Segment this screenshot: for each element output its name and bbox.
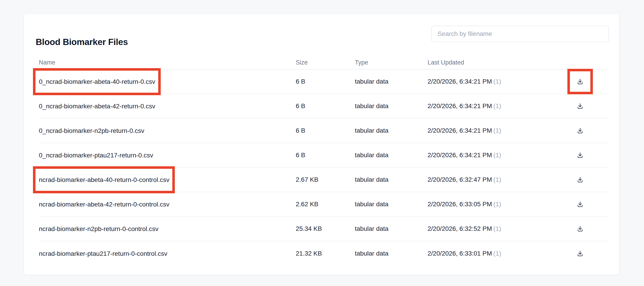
file-name-cell: ncrad-biomarker-abeta-40-return-0-contro… [39, 176, 296, 184]
download-icon [577, 78, 584, 85]
file-name-cell: 0_ncrad-biomarker-abeta-40-return-0.csv [39, 78, 296, 85]
file-name-cell: 0_ncrad-biomarker-abeta-42-return-0.csv [39, 102, 296, 110]
version-count: (1) [493, 225, 501, 232]
file-size: 2.62 KB [296, 201, 355, 208]
download-icon [577, 225, 584, 232]
file-size: 6 B [296, 152, 355, 159]
version-count: (1) [493, 152, 501, 159]
table-row: ncrad-biomarker-abeta-40-return-0-contro… [39, 168, 608, 192]
download-cell [562, 176, 608, 183]
file-name[interactable]: 0_ncrad-biomarker-ptau217-return-0.csv [39, 152, 153, 159]
files-card: Blood Biomarker Files Name Size Type Las… [24, 14, 619, 275]
download-button[interactable] [577, 78, 584, 85]
column-header-type: Type [355, 59, 428, 66]
table-row: ncrad-biomarker-ptau217-return-0-control… [39, 241, 608, 266]
file-size: 21.32 KB [296, 250, 355, 257]
file-size: 6 B [296, 78, 355, 85]
download-icon [577, 201, 584, 208]
table-row: 0_ncrad-biomarker-n2pb-return-0.csv 6 B … [39, 119, 608, 143]
version-count: (1) [493, 176, 501, 183]
file-size: 2.67 KB [296, 176, 355, 183]
version-count: (1) [493, 250, 501, 257]
file-type: tabular data [355, 250, 428, 257]
file-name[interactable]: 0_ncrad-biomarker-abeta-40-return-0.csv [39, 78, 155, 85]
file-type: tabular data [355, 176, 428, 183]
version-count: (1) [493, 201, 501, 208]
download-button[interactable] [577, 127, 584, 134]
file-name-cell: 0_ncrad-biomarker-n2pb-return-0.csv [39, 127, 296, 134]
file-size: 6 B [296, 127, 355, 134]
download-icon [577, 176, 584, 183]
table-row: 0_ncrad-biomarker-abeta-42-return-0.csv … [39, 94, 608, 119]
file-type: tabular data [355, 152, 428, 159]
table-body: 0_ncrad-biomarker-abeta-40-return-0.csv … [39, 69, 608, 266]
search-input[interactable] [431, 26, 609, 42]
download-icon [577, 250, 584, 257]
download-button[interactable] [577, 176, 584, 183]
table-row: ncrad-biomarker-abeta-42-return-0-contro… [39, 192, 608, 217]
files-table: Name Size Type Last Updated 0_ncrad-biom… [39, 56, 608, 266]
file-type: tabular data [355, 225, 428, 232]
updated-timestamp: 2/20/2026, 6:32:52 PM [428, 225, 492, 232]
updated-timestamp: 2/20/2026, 6:34:21 PM [428, 152, 492, 159]
version-count: (1) [493, 78, 501, 85]
file-name[interactable]: 0_ncrad-biomarker-n2pb-return-0.csv [39, 127, 144, 134]
file-last-updated: 2/20/2026, 6:34:21 PM(1) [428, 152, 562, 159]
file-name[interactable]: ncrad-biomarker-abeta-40-return-0-contro… [39, 176, 169, 183]
file-type: tabular data [355, 102, 428, 110]
file-name[interactable]: ncrad-biomarker-n2pb-return-0-control.cs… [39, 225, 158, 232]
column-header-updated: Last Updated [428, 59, 562, 66]
download-button[interactable] [577, 225, 584, 232]
download-cell [562, 78, 608, 85]
download-cell [562, 250, 608, 257]
updated-timestamp: 2/20/2026, 6:34:21 PM [428, 102, 492, 109]
file-type: tabular data [355, 201, 428, 208]
file-name[interactable]: ncrad-biomarker-abeta-42-return-0-contro… [39, 201, 169, 208]
table-header-row: Name Size Type Last Updated [39, 56, 608, 69]
file-size: 6 B [296, 102, 355, 110]
download-button[interactable] [577, 250, 584, 257]
file-type: tabular data [355, 78, 428, 85]
download-cell [562, 152, 608, 159]
download-cell [562, 103, 608, 109]
download-button[interactable] [577, 103, 584, 109]
download-icon [577, 152, 584, 159]
file-last-updated: 2/20/2026, 6:33:01 PM(1) [428, 250, 562, 257]
updated-timestamp: 2/20/2026, 6:33:05 PM [428, 201, 492, 208]
updated-timestamp: 2/20/2026, 6:34:21 PM [428, 127, 492, 134]
download-icon [577, 127, 584, 134]
table-row: ncrad-biomarker-n2pb-return-0-control.cs… [39, 217, 608, 241]
file-type: tabular data [355, 127, 428, 134]
version-count: (1) [493, 127, 501, 134]
file-name-cell: ncrad-biomarker-ptau217-return-0-control… [39, 250, 296, 257]
file-last-updated: 2/20/2026, 6:33:05 PM(1) [428, 201, 562, 208]
file-name-cell: 0_ncrad-biomarker-ptau217-return-0.csv [39, 152, 296, 159]
page: Blood Biomarker Files Name Size Type Las… [0, 0, 644, 286]
file-name-cell: ncrad-biomarker-n2pb-return-0-control.cs… [39, 225, 296, 233]
file-last-updated: 2/20/2026, 6:32:47 PM(1) [428, 176, 562, 183]
download-icon [577, 103, 584, 109]
page-title: Blood Biomarker Files [36, 37, 128, 47]
download-button[interactable] [577, 201, 584, 208]
updated-timestamp: 2/20/2026, 6:32:47 PM [428, 176, 492, 183]
download-cell [562, 225, 608, 232]
file-last-updated: 2/20/2026, 6:34:21 PM(1) [428, 127, 562, 134]
version-count: (1) [493, 102, 501, 109]
file-size: 25.34 KB [296, 225, 355, 232]
file-last-updated: 2/20/2026, 6:32:52 PM(1) [428, 225, 562, 232]
file-name-cell: ncrad-biomarker-abeta-42-return-0-contro… [39, 201, 296, 208]
file-last-updated: 2/20/2026, 6:34:21 PM(1) [428, 102, 562, 110]
file-name[interactable]: ncrad-biomarker-ptau217-return-0-control… [39, 250, 167, 257]
download-cell [562, 127, 608, 134]
updated-timestamp: 2/20/2026, 6:33:01 PM [428, 250, 492, 257]
download-button[interactable] [577, 152, 584, 159]
file-last-updated: 2/20/2026, 6:34:21 PM(1) [428, 78, 562, 85]
column-header-size: Size [296, 59, 355, 66]
updated-timestamp: 2/20/2026, 6:34:21 PM [428, 78, 492, 85]
file-name[interactable]: 0_ncrad-biomarker-abeta-42-return-0.csv [39, 103, 155, 110]
download-cell [562, 201, 608, 208]
table-row: 0_ncrad-biomarker-ptau217-return-0.csv 6… [39, 143, 608, 168]
table-row: 0_ncrad-biomarker-abeta-40-return-0.csv … [39, 69, 608, 94]
column-header-name: Name [39, 59, 296, 66]
